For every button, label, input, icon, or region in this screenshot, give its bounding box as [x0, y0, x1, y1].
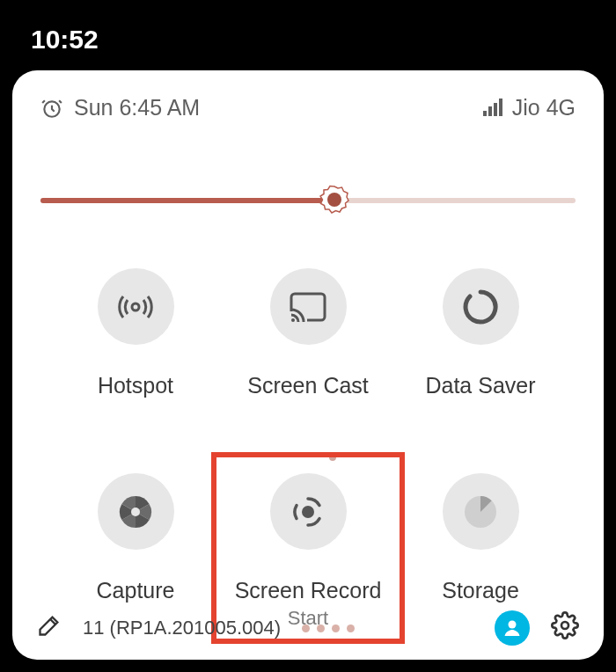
storage-icon: [443, 473, 519, 550]
status-bar: Sun 6:45 AM Jio 4G: [12, 70, 604, 121]
capture-icon: [98, 473, 174, 550]
tile-screen-cast[interactable]: Screen Cast: [222, 268, 394, 398]
svg-point-12: [509, 621, 517, 629]
slider-thumb[interactable]: [319, 185, 349, 215]
tile-label: Data Saver: [425, 373, 535, 398]
svg-rect-3: [494, 103, 497, 116]
settings-icon[interactable]: [551, 611, 579, 645]
status-right: Jio 4G: [482, 95, 576, 121]
tiles-grid: Hotspot Screen Cast Data Saver: [12, 226, 604, 630]
alarm-icon: [40, 97, 63, 120]
quick-settings-panel: Sun 6:45 AM Jio 4G: [12, 70, 604, 660]
svg-point-10: [302, 506, 314, 518]
user-avatar[interactable]: [495, 610, 530, 646]
build-label: 11 (RP1A.201005.004): [83, 617, 281, 639]
tile-label: Screen Cast: [247, 373, 369, 398]
svg-rect-4: [499, 99, 502, 116]
status-left: Sun 6:45 AM: [40, 95, 200, 121]
signal-icon: [482, 99, 503, 118]
screen-record-icon: [270, 473, 347, 550]
slider-fill: [40, 198, 334, 203]
brightness-slider[interactable]: [12, 173, 604, 226]
device-time: 10:52: [31, 25, 99, 55]
alarm-time-label: Sun 6:45 AM: [74, 95, 200, 121]
screen-cast-icon: [270, 268, 347, 345]
hotspot-icon: [98, 268, 174, 345]
page-dots[interactable]: [302, 625, 355, 632]
edit-icon[interactable]: [37, 613, 62, 643]
svg-point-7: [291, 318, 295, 322]
footer-bar: 11 (RP1A.201005.004): [12, 596, 604, 660]
tile-hotspot[interactable]: Hotspot: [49, 268, 222, 398]
data-saver-icon: [443, 268, 519, 345]
svg-rect-2: [488, 106, 492, 116]
svg-point-13: [561, 622, 568, 629]
svg-point-5: [327, 193, 341, 207]
carrier-label: Jio 4G: [512, 95, 576, 121]
tile-data-saver[interactable]: Data Saver: [394, 268, 567, 398]
tile-label: Hotspot: [98, 373, 173, 398]
svg-point-6: [132, 303, 139, 310]
svg-point-9: [131, 508, 140, 516]
svg-rect-1: [483, 111, 487, 116]
page-indicator-dot: [329, 454, 336, 461]
